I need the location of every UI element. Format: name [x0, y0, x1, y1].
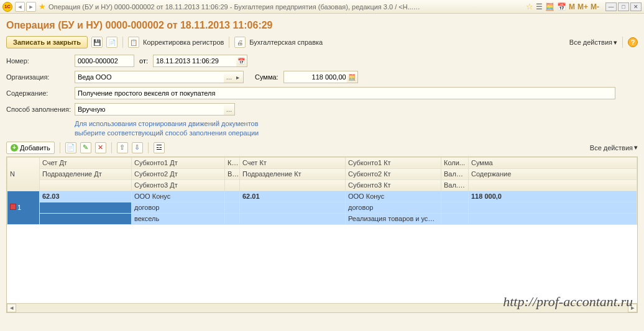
grid-icon[interactable]: ☰	[536, 2, 543, 11]
calendar-icon[interactable]: 📅	[557, 2, 566, 11]
print-icon[interactable]: 🖨	[234, 37, 246, 48]
cell-k[interactable]	[225, 191, 240, 202]
close-icon[interactable]: ✕	[630, 2, 642, 11]
posting-icon	[10, 204, 16, 210]
from-label: от:	[139, 57, 148, 65]
scroll-left-icon[interactable]: ◂	[7, 304, 16, 312]
calc-icon[interactable]: 🧮	[347, 71, 358, 83]
copy-icon[interactable]: 📄	[65, 142, 76, 153]
table-all-actions-dropdown[interactable]: Все действия ▾	[590, 143, 638, 152]
calc-icon[interactable]: 🧮	[545, 2, 554, 11]
delete-icon[interactable]: ✕	[95, 142, 106, 153]
table-row[interactable]: 1 62.03 ООО Конус 62.01 ООО Конус 118 00…	[7, 191, 637, 202]
organization-field[interactable]	[75, 71, 226, 83]
cell-acc-dt[interactable]: 62.03	[40, 191, 132, 202]
separator	[111, 142, 112, 153]
m-button[interactable]: M	[569, 2, 575, 11]
scroll-right-icon[interactable]: ▸	[628, 304, 637, 312]
cell-sub1-dt[interactable]: ООО Конус	[132, 191, 225, 202]
separator	[229, 37, 229, 48]
more-icon[interactable]: ☲	[154, 142, 165, 153]
move-up-icon[interactable]: ⇧	[117, 142, 128, 153]
all-actions-dropdown[interactable]: Все действия ▾	[569, 39, 617, 47]
registers-icon[interactable]: 📋	[128, 37, 139, 48]
table-all-actions-label: Все действия	[590, 144, 633, 152]
m-minus-button[interactable]: M-	[591, 2, 599, 11]
cell-sum[interactable]: 118 000,0	[469, 191, 637, 202]
col-dept-kt[interactable]: Подразделение Кт	[240, 168, 346, 179]
nav-fwd-icon[interactable]: ►	[26, 2, 36, 12]
col-dept-dt[interactable]: Подразделение Дт	[40, 168, 132, 179]
document-icon[interactable]: 📄	[106, 37, 117, 48]
accounting-reference-button[interactable]: Бухгалтерская справка	[249, 39, 323, 46]
hint-line-2: выберите соответствующий способ заполнен…	[75, 129, 638, 138]
window-titlebar: 1C ◄ ► ★ Операция (БУ и НУ) 0000-000002 …	[0, 0, 644, 14]
page-title: Операция (БУ и НУ) 0000-000002 от 18.11.…	[6, 20, 638, 31]
star-icon[interactable]: ☆	[526, 2, 533, 11]
date-field[interactable]	[153, 55, 239, 67]
all-actions-label: Все действия	[569, 39, 612, 46]
cell-sub1-kt[interactable]: ООО Конус	[346, 191, 441, 202]
col-sum[interactable]: Сумма	[469, 157, 637, 168]
save-icon[interactable]: 💾	[91, 37, 103, 48]
form-grid: Номер: от: 📅 Организация: … ▸ Сумма: 🧮 С…	[6, 55, 638, 138]
window-title: Операция (БУ и НУ) 0000-000002 от 18.11.…	[48, 3, 421, 11]
chevron-down-icon: ▾	[634, 143, 638, 152]
sum-field[interactable]	[283, 71, 349, 83]
main-toolbar: Записать и закрыть 💾 📄 📋 Корректировка р…	[6, 36, 638, 48]
col-sub3-dt[interactable]: Субконто3 Дт	[132, 179, 225, 191]
help-icon[interactable]: ?	[628, 37, 638, 47]
separator	[622, 37, 623, 48]
add-button[interactable]: + Добавить	[6, 142, 55, 154]
description-field[interactable]	[75, 87, 615, 99]
hint-line-1: Для использования сторнирования движений…	[75, 119, 638, 129]
cell-qty[interactable]	[441, 191, 469, 202]
col-k[interactable]: К...	[225, 157, 240, 168]
col-v[interactable]: В...	[225, 168, 240, 179]
cell-sub3-kt[interactable]: Реализация товаров и услуг ...	[346, 213, 441, 224]
m-plus-button[interactable]: M+	[577, 2, 588, 11]
col-qty[interactable]: Коли...	[441, 157, 469, 168]
number-label: Номер:	[6, 57, 75, 65]
nav-back-icon[interactable]: ◄	[15, 2, 25, 12]
date-picker-icon[interactable]: 📅	[236, 55, 247, 67]
minimize-icon[interactable]: —	[605, 2, 617, 11]
col-acc-dt[interactable]: Счет Дт	[40, 157, 132, 168]
col-acc-kt[interactable]: Счет Кт	[240, 157, 346, 168]
col-sub3-kt[interactable]: Субконто3 Кт	[346, 179, 441, 191]
edit-icon[interactable]: ✎	[80, 142, 91, 153]
org-open-icon[interactable]: ▸	[232, 71, 244, 83]
col-sub2-dt[interactable]: Субконто2 Дт	[132, 168, 225, 179]
desc-label: Содержание:	[6, 89, 75, 97]
col-sub1-kt[interactable]: Субконто1 Кт	[346, 157, 441, 168]
col-sub2-kt[interactable]: Субконто2 Кт	[346, 168, 441, 179]
save-close-button[interactable]: Записать и закрыть	[6, 36, 88, 48]
hint-text: Для использования сторнирования движений…	[75, 119, 638, 138]
cell-sub2-dt[interactable]: договор	[132, 202, 225, 213]
favorite-star-icon[interactable]: ★	[39, 2, 46, 11]
mode-label: Способ заполнения:	[6, 106, 75, 113]
table-row[interactable]: вексель Реализация товаров и услуг ...	[7, 213, 637, 224]
cell-sub3-dt[interactable]: вексель	[132, 213, 225, 224]
col-sub1-dt[interactable]: Субконто1 Дт	[132, 157, 225, 168]
maximize-icon[interactable]: □	[618, 2, 629, 11]
cell-dept-kt[interactable]	[240, 202, 346, 213]
col-val[interactable]: Вал. ...	[441, 179, 469, 191]
mode-picker-icon[interactable]: …	[224, 103, 235, 116]
number-field[interactable]	[75, 55, 134, 67]
col-cur[interactable]: Валю...	[441, 168, 469, 179]
sum-label: Сумма:	[255, 73, 278, 81]
col-note[interactable]: Содержание	[469, 168, 637, 179]
col-n[interactable]: N	[7, 157, 40, 191]
cell-acc-kt[interactable]: 62.01	[240, 191, 346, 202]
fill-mode-field[interactable]	[75, 103, 226, 116]
app-icon: 1C	[2, 2, 12, 12]
registers-correction-button[interactable]: Корректировка регистров	[143, 39, 224, 46]
move-down-icon[interactable]: ⇩	[132, 142, 143, 153]
table-row[interactable]: договор договор	[7, 202, 637, 213]
separator	[122, 37, 123, 48]
cell-dept-dt[interactable]	[40, 202, 132, 213]
postings-table[interactable]: N Счет Дт Субконто1 Дт К... Счет Кт Субк…	[6, 156, 638, 313]
cell-sub2-kt[interactable]: договор	[346, 202, 441, 213]
horizontal-scrollbar[interactable]: ◂ ▸	[7, 303, 637, 312]
